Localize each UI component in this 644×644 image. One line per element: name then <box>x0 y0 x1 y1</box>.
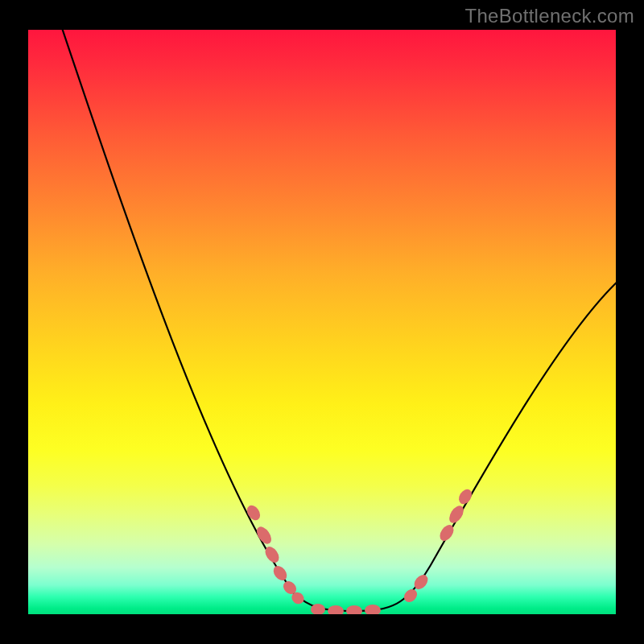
data-marker <box>456 487 474 506</box>
data-marker <box>346 605 362 614</box>
data-marker <box>270 564 289 583</box>
curve-layer <box>57 30 616 611</box>
plot-area <box>28 30 616 614</box>
data-marker <box>254 524 274 547</box>
bottleneck-curve <box>57 30 616 611</box>
data-marker <box>365 605 381 614</box>
data-marker <box>328 605 344 614</box>
chart-frame: TheBottleneck.com <box>0 0 644 644</box>
watermark-text: TheBottleneck.com <box>464 5 634 27</box>
data-marker <box>402 587 420 605</box>
chart-svg <box>28 30 616 614</box>
